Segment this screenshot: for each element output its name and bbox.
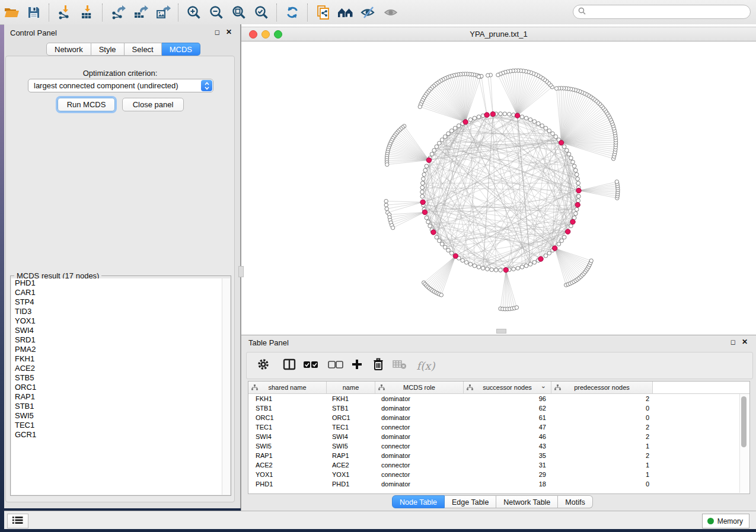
network-node[interactable] (528, 262, 532, 267)
network-node[interactable] (574, 168, 578, 172)
network-node[interactable] (576, 177, 580, 181)
list-item[interactable]: TEC1 (11, 421, 222, 430)
network-node[interactable] (567, 152, 571, 156)
network-node[interactable] (520, 265, 524, 270)
network-node[interactable] (461, 258, 465, 262)
export-table-button[interactable] (129, 2, 152, 23)
mcds-network-node[interactable] (503, 268, 508, 273)
list-item[interactable]: SWI4 (11, 326, 222, 335)
network-node[interactable] (571, 160, 575, 164)
list-item[interactable]: PHD1 (11, 278, 222, 288)
optimization-select[interactable]: largest connected component (undirected) (28, 79, 213, 92)
network-node[interactable] (449, 251, 454, 255)
network-node[interactable] (477, 75, 480, 78)
network-node[interactable] (547, 129, 551, 133)
network-node[interactable] (477, 115, 481, 119)
mcds-network-node[interactable] (515, 113, 519, 118)
network-node[interactable] (576, 199, 580, 203)
network-node[interactable] (477, 265, 481, 270)
network-node[interactable] (503, 112, 507, 116)
column-header-MCDS-role[interactable]: MCDS role (375, 382, 464, 393)
network-node[interactable] (528, 118, 532, 122)
network-node[interactable] (569, 156, 573, 160)
import-table-button[interactable] (76, 2, 98, 23)
mcds-network-node[interactable] (576, 188, 581, 193)
delete-column-button[interactable] (368, 355, 389, 376)
table-settings-button[interactable] (253, 355, 274, 376)
network-node[interactable] (572, 164, 576, 168)
network-node[interactable] (494, 268, 498, 273)
network-node[interactable] (562, 145, 566, 149)
first-neighbors-button[interactable] (334, 2, 357, 23)
network-node[interactable] (554, 86, 558, 90)
mcds-list-scrollbar[interactable] (222, 278, 230, 495)
list-item[interactable]: SWI5 (11, 411, 222, 421)
network-node[interactable] (439, 293, 443, 297)
network-node[interactable] (468, 262, 473, 267)
network-node[interactable] (520, 115, 524, 119)
column-header-successor-nodes[interactable]: successor nodes⌄ (464, 382, 551, 393)
network-node[interactable] (557, 242, 561, 246)
network-node[interactable] (384, 203, 388, 207)
mcds-network-node[interactable] (426, 158, 431, 162)
network-node[interactable] (576, 181, 580, 185)
network-node[interactable] (537, 121, 541, 126)
network-node[interactable] (589, 259, 593, 262)
network-node[interactable] (615, 180, 618, 184)
network-node[interactable] (438, 239, 442, 243)
memory-button[interactable]: Memory (702, 514, 749, 528)
network-node[interactable] (432, 149, 436, 153)
network-node[interactable] (423, 168, 428, 172)
duplicate-network-button[interactable] (312, 2, 334, 23)
save-session-button[interactable] (23, 2, 45, 23)
horizontal-splitter-handle[interactable] (496, 329, 506, 334)
network-node[interactable] (438, 141, 442, 145)
network-node[interactable] (516, 266, 520, 270)
table-row[interactable]: YOX1YOX1connector291 (248, 470, 749, 479)
network-node[interactable] (508, 113, 512, 117)
network-node[interactable] (435, 235, 439, 239)
table-scrollbar-thumb[interactable] (741, 396, 747, 447)
network-node[interactable] (544, 126, 548, 130)
list-item[interactable]: ORC1 (11, 383, 222, 392)
network-node[interactable] (446, 248, 451, 252)
network-node[interactable] (426, 220, 430, 224)
network-node[interactable] (440, 242, 444, 246)
table-row[interactable]: PHD1PHD1dominator180 (248, 479, 749, 489)
table-row[interactable]: SWI4SWI4dominator462 (248, 432, 749, 441)
mcds-network-node[interactable] (431, 230, 436, 235)
hide-selected-button[interactable] (357, 2, 379, 23)
zoom-in-button[interactable] (183, 2, 205, 23)
network-node[interactable] (490, 268, 494, 272)
show-all-button[interactable] (379, 2, 402, 23)
mcds-network-node[interactable] (559, 140, 563, 145)
network-node[interactable] (577, 194, 581, 198)
network-node[interactable] (575, 207, 579, 211)
column-header-predecessor-nodes[interactable]: predecessor nodes (551, 382, 653, 393)
list-item[interactable]: STP4 (11, 297, 222, 307)
network-canvas[interactable] (241, 41, 756, 332)
network-node[interactable] (473, 116, 477, 120)
mcds-network-node[interactable] (570, 219, 575, 224)
network-node[interactable] (574, 211, 578, 216)
network-node[interactable] (453, 126, 457, 130)
close-table-panel-icon[interactable]: ✕ (742, 338, 748, 345)
export-image-button[interactable] (152, 2, 174, 23)
network-node[interactable] (422, 177, 426, 181)
network-node[interactable] (560, 239, 564, 243)
table-row[interactable]: TEC1TEC1connector472 (248, 422, 749, 432)
zoom-selected-button[interactable] (250, 2, 273, 23)
mcds-network-node[interactable] (490, 111, 495, 116)
network-node[interactable] (385, 163, 389, 166)
network-node[interactable] (420, 190, 425, 194)
network-node[interactable] (464, 261, 468, 265)
mcds-result-list[interactable]: PHD1CAR1STP4TID3YOX1SWI4SRD1PMA2FKH1ACE2… (11, 278, 222, 495)
mcds-network-node[interactable] (420, 200, 425, 204)
table-row[interactable]: RAP1RAP1dominator352 (248, 451, 749, 460)
table-row[interactable]: ORC1ORC1dominator610 (248, 413, 749, 422)
network-node[interactable] (486, 267, 490, 271)
open-file-button[interactable] (0, 2, 23, 23)
zoom-fit-button[interactable] (228, 2, 250, 23)
tab-edge-table[interactable]: Edge Table (445, 495, 496, 508)
list-item[interactable]: STB5 (11, 373, 222, 383)
